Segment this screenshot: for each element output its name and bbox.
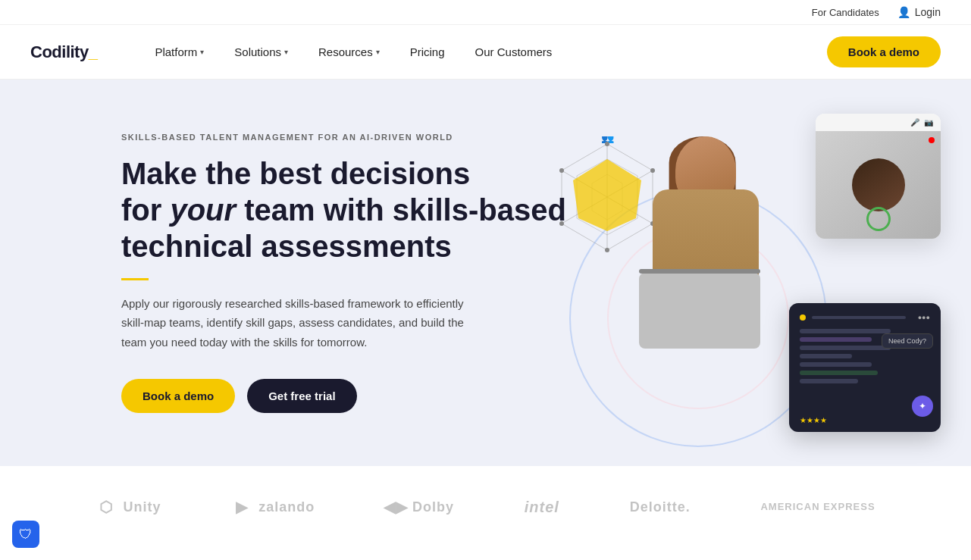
customer-amex: AMERICAN EXPRESS: [760, 501, 875, 514]
chevron-down-icon: ▾: [376, 48, 380, 56]
code-line: [800, 346, 891, 350]
woman-illustration: [607, 136, 804, 432]
ai-button[interactable]: ✦: [912, 396, 933, 417]
login-link[interactable]: 👤 Login: [897, 6, 941, 18]
video-card-header: 🎤 📷: [816, 114, 941, 131]
hero-eyebrow: SKILLS-BASED TALENT MANAGEMENT FOR AN AI…: [121, 133, 566, 142]
customer-zalando: ▶ zalando: [231, 496, 315, 518]
customer-deloitte: Deloitte.: [630, 499, 691, 515]
zalando-icon: ▶: [231, 496, 252, 518]
code-line: [800, 362, 872, 367]
code-badge: Need Cody?: [882, 333, 933, 349]
hero-section: SKILLS-BASED TALENT MANAGEMENT FOR AN AI…: [0, 80, 971, 466]
dolby-icon: ◀▶: [385, 496, 406, 518]
code-line: [800, 329, 891, 333]
hero-title: Make the best decisions for your team wi…: [121, 155, 566, 264]
record-indicator: [929, 137, 935, 143]
hero-content: SKILLS-BASED TALENT MANAGEMENT FOR AN AI…: [121, 133, 566, 414]
logo-underscore: _: [89, 42, 98, 61]
chevron-down-icon: ▾: [200, 48, 204, 56]
top-bar: For Candidates 👤 Login: [0, 0, 971, 25]
video-card-body: [816, 131, 941, 239]
unity-icon: ⬡: [96, 496, 117, 518]
customer-intel: intel: [525, 499, 559, 516]
hero-divider: [121, 278, 149, 280]
chevron-down-icon: ▾: [284, 48, 288, 56]
book-demo-hero-button[interactable]: Book a demo: [121, 379, 235, 413]
camera-icon: 📷: [924, 118, 933, 127]
logo[interactable]: Codility_: [30, 42, 97, 62]
navbar: Codility_ Platform ▾ Solutions ▾ Resourc…: [0, 25, 971, 80]
code-line: [800, 337, 872, 342]
code-line: [800, 379, 858, 383]
security-badge[interactable]: 🛡: [12, 521, 39, 548]
nav-links: Platform ▾ Solutions ▾ Resources ▾ Prici…: [143, 39, 826, 64]
nav-pricing[interactable]: Pricing: [398, 39, 457, 64]
book-demo-nav-button[interactable]: Book a demo: [827, 36, 941, 67]
logo-text: Codility: [30, 42, 89, 61]
hero-visual: 👥 🎤 📷: [547, 114, 941, 432]
code-line: [800, 354, 852, 358]
nav-resources[interactable]: Resources ▾: [306, 39, 392, 64]
code-editor-card: ●●● Need Cody? ✦ ★★★★: [789, 303, 941, 432]
nav-platform[interactable]: Platform ▾: [143, 39, 216, 64]
nav-our-customers[interactable]: Our Customers: [463, 39, 565, 64]
hero-buttons: Book a demo Get free trial: [121, 379, 566, 413]
nav-solutions[interactable]: Solutions ▾: [222, 39, 300, 64]
get-free-trial-button[interactable]: Get free trial: [247, 379, 356, 413]
hero-description: Apply our rigorously researched skills-b…: [121, 294, 485, 352]
shield-icon: 🛡: [19, 527, 33, 543]
mic-icon: 🎤: [910, 118, 919, 127]
person-icon: 👤: [897, 6, 910, 18]
code-line: [800, 371, 878, 375]
play-ring: [866, 207, 891, 231]
customer-dolby: ◀▶ Dolby: [385, 496, 454, 518]
video-call-card: 🎤 📷: [816, 114, 941, 239]
customers-bar: ⬡ Unity ▶ zalando ◀▶ Dolby intel Deloitt…: [0, 466, 971, 548]
customer-unity: ⬡ Unity: [96, 496, 161, 518]
candidates-link[interactable]: For Candidates: [812, 7, 879, 18]
code-card-header: ●●●: [800, 314, 930, 321]
